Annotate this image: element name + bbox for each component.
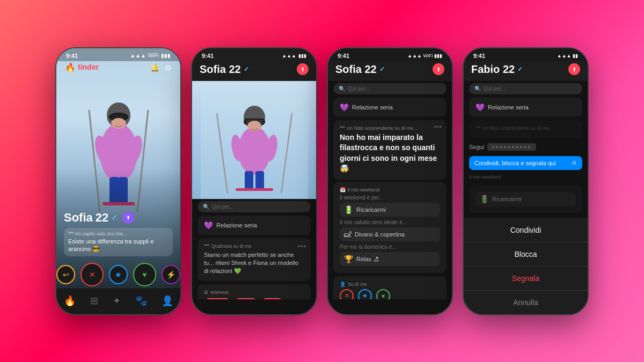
segui-row: Segui ●●●●●●●●●● (464, 140, 588, 154)
signal-icon-4: ▲▲▲ ▮▮ (557, 53, 578, 58)
fact-card-3: ❝❝ Un fatto sorprendente su di me... •••… (333, 120, 447, 180)
su-di-me-3: 👤 Su di me ✕ ★ ♥ (333, 276, 447, 299)
profile-header-name-2: Sofia 22 ✓ (200, 63, 249, 76)
tooltip-close-4[interactable]: ✕ (572, 159, 577, 167)
recharge-icon-4: 🔋 (480, 195, 489, 203)
superlike-button[interactable]: ★ (109, 265, 128, 284)
signal-icon-2: ▲▲▲ (282, 53, 296, 58)
profile-image-2 (192, 81, 316, 199)
profile-header-name-4: Fabio 22 ✓ (471, 63, 523, 76)
status-time-4: 9:41 (473, 53, 485, 59)
quote-text: Esiste una differenza tra suppli e aranc… (68, 238, 169, 253)
verified-icon-2: ✓ (244, 65, 249, 73)
weekend-sub-3: Il weekend è per... (340, 195, 440, 201)
seeking-card-4: 💜 Relazione seria (469, 98, 582, 117)
star-btn-3[interactable]: ★ (358, 289, 372, 299)
nav-profile[interactable]: 👤 (162, 295, 173, 307)
profile-name-1: Sofia 22 ✓ ⬆ (64, 211, 173, 225)
seeking-bar-3: 🔍 Qui per... (333, 83, 447, 94)
quote-label: ❝❝ Ho capito solo ora che... (68, 231, 169, 237)
heart-icon-4: 💜 (475, 103, 485, 112)
bottom-navigation: 🔥 ⊞ ✦ 🐾 👤 (56, 287, 180, 314)
recharge-card-4: 🔋 Ricaricarmi (469, 185, 582, 213)
search-icon-4: 🔍 (474, 86, 481, 92)
status-bar-1: 9:41 ▲▲▲ WiFi ▮▮▮ (56, 48, 180, 61)
weekend-section-3: 📅 Il mio weekend Il weekend è per... 🔋 R… (333, 182, 447, 273)
more-icon-2[interactable]: ••• (297, 242, 306, 250)
seeking-card-3: 💜 Relazione seria (333, 98, 447, 117)
saturday-item: 🛋 Divano & copertina (340, 227, 440, 241)
status-time-1: 9:41 (66, 53, 78, 59)
status-bar-3: 9:41 ▲▲▲ WiFi ▮▮▮ (328, 48, 452, 61)
status-time-2: 9:41 (202, 53, 214, 59)
flame-icon: 🔥 (65, 62, 76, 72)
status-icons-3: ▲▲▲ WiFi ▮▮▮ (407, 53, 442, 58)
notification-icon[interactable]: 🔔 (150, 63, 159, 72)
skier-background (192, 81, 316, 199)
report-action[interactable]: Segnala (464, 266, 588, 290)
like-button[interactable]: ♥ (133, 263, 156, 286)
segui-blur: ●●●●●●●●●● (487, 143, 536, 151)
search-icon-3: 🔍 (339, 86, 345, 92)
su-di-me-label-3: 👤 Su di me (340, 282, 440, 287)
weekend-item-4: 🔋 Ricaricarmi (475, 192, 576, 206)
svg-rect-25 (245, 171, 253, 190)
search-icon-2: 🔍 (203, 204, 209, 210)
signal-icon: ▲▲▲ (130, 53, 146, 58)
boost-button[interactable]: ⚡ (162, 265, 180, 284)
about-label-2: ❝❝ Qualcosa su di me (204, 243, 304, 249)
couch-icon: 🛋 (344, 230, 352, 239)
status-bar-2: 9:41 ▲▲▲ ▮▮▮ (192, 48, 316, 61)
profile-scroll-3[interactable]: 9:41 ▲▲▲ WiFi ▮▮▮ Sofia 22 ✓ ⬆ 🔍 Qui per… (328, 48, 452, 299)
profile-scroll-2[interactable]: 9:41 ▲▲▲ ▮▮▮ Sofia 22 ✓ ⬆ (192, 48, 316, 299)
signal-icon-3: ▲▲▲ WiFi ▮▮▮ (407, 53, 442, 58)
weekend-item-recharge: 🔋 Ricaricarmi (340, 203, 440, 217)
profile-header-name-3: Sofia 22 ✓ (335, 63, 385, 76)
tag-sofia[interactable]: Sofia (234, 298, 258, 299)
more-icon-3[interactable]: ••• (434, 123, 442, 131)
saturday-sub-3: Il mio sabato sera ideale è... (340, 219, 440, 225)
share-action[interactable]: Condividi (464, 218, 588, 242)
action-sheet-4: Condividi Blocca Segnala Annulla (464, 218, 588, 314)
action-buttons: ↩ ✕ ★ ♥ ⚡ (56, 263, 180, 286)
filter-icon[interactable]: ⚙ (165, 63, 172, 72)
nope-button[interactable]: ✕ (80, 263, 104, 286)
heart-icon-2: 💜 (204, 221, 213, 230)
nav-gold[interactable]: ⊞ (90, 295, 98, 307)
weekend-label-3: 📅 Il mio weekend (340, 187, 440, 193)
tinder-wordmark: tinder (78, 63, 99, 71)
boost-icon: ⬆ (122, 212, 134, 224)
rewind-button[interactable]: ↩ (56, 265, 75, 284)
fact-text-3: Non ho mai imparato la filastrocca e non… (340, 132, 440, 174)
tag-ca[interactable]: Ca... (261, 298, 284, 299)
status-icons-4: ▲▲▲ ▮▮ (557, 53, 578, 58)
seeking-bar-2: 🔍 Qui per... (197, 201, 311, 212)
heart-icon-3: 💜 (340, 103, 349, 112)
seeking-card-2: 💜 Relazione seria (197, 216, 311, 235)
tooltip-text-4: Condividi, blocca e segnala qui (474, 160, 556, 166)
verified-icon-4: ✓ (517, 65, 523, 73)
like-btn-3[interactable]: ♥ (376, 289, 390, 299)
nav-messages[interactable]: 🐾 (135, 295, 147, 307)
phone-2-profile: 9:41 ▲▲▲ ▮▮▮ Sofia 22 ✓ ⬆ (191, 47, 317, 315)
status-icons-2: ▲▲▲ ▮▮▮ (282, 53, 306, 58)
fact-card-4: ❝❝ Un fatto sorprendente su di me... (469, 120, 582, 138)
verified-icon: ✓ (111, 213, 118, 222)
sunday-item: 🏆 Relax 🏖 (340, 252, 440, 266)
nav-explore[interactable]: 🔥 (64, 295, 76, 307)
weekend-dim-4: Il mio weekend (464, 172, 588, 182)
recharge-icon: 🔋 (344, 205, 353, 214)
cancel-action[interactable]: Annulla (464, 290, 588, 314)
svg-point-18 (238, 127, 270, 175)
tooltip-box-4: Condividi, blocca e segnala qui ✕ (469, 156, 582, 170)
about-text-2: Siamo un match perfetto se anche tu... r… (204, 251, 304, 276)
fact-label-4: ❝❝ Un fatto sorprendente su di me... (475, 125, 576, 131)
phone-3-profile-detail: 9:41 ▲▲▲ WiFi ▮▮▮ Sofia 22 ✓ ⬆ 🔍 Qui per… (327, 47, 453, 315)
nope-btn-3[interactable]: ✕ (340, 289, 354, 299)
tag-pittura[interactable]: Pittura (204, 298, 231, 299)
interests-label-2: ⊞ Interessi (204, 290, 304, 295)
sunday-sub-3: Per me la domenica è... (340, 244, 440, 250)
block-action[interactable]: Blocca (464, 242, 588, 266)
nav-boost[interactable]: ✦ (113, 295, 121, 307)
weekend-label-4: Il mio weekend (469, 174, 582, 180)
